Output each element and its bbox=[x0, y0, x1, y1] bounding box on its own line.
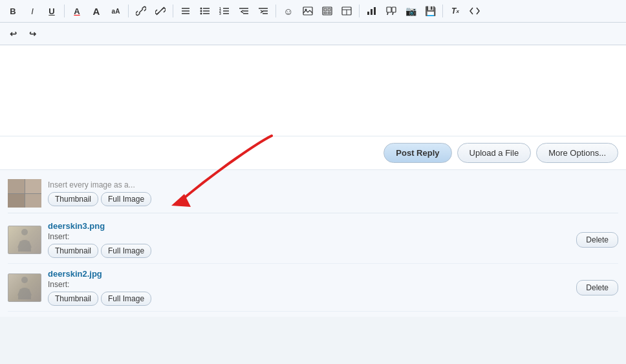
upload-file-button[interactable]: Upload a File bbox=[457, 143, 532, 163]
separator1 bbox=[64, 5, 65, 17]
insert-all-row: Insert every image as a... Thumbnail Ful… bbox=[8, 175, 618, 213]
font-size-special-btn[interactable]: aA bbox=[107, 3, 125, 19]
attachment-thumb-deerskin3 bbox=[8, 226, 41, 254]
insert-all-buttons: Thumbnail Full Image bbox=[48, 192, 151, 206]
svg-rect-27 bbox=[328, 8, 330, 11]
separator5 bbox=[359, 5, 360, 17]
separator3 bbox=[173, 5, 173, 17]
link-btn[interactable] bbox=[132, 3, 150, 19]
toolbar-row2: ↩ ↪ bbox=[0, 23, 626, 45]
ordered-list-btn[interactable]: 123 bbox=[215, 3, 233, 19]
attachment-fullimage-btn-deerskin3[interactable]: Full Image bbox=[101, 244, 151, 258]
separator4 bbox=[275, 5, 276, 17]
source-btn[interactable] bbox=[466, 3, 484, 19]
svg-line-0 bbox=[139, 9, 143, 13]
svg-point-39 bbox=[21, 229, 28, 235]
svg-rect-36 bbox=[387, 7, 391, 12]
attachment-delete-btn-deerskin3[interactable]: Delete bbox=[576, 232, 618, 248]
svg-rect-33 bbox=[367, 12, 369, 15]
attachment-filename-deerskin2: deerskin2.jpg bbox=[48, 269, 570, 279]
unlink-btn[interactable] bbox=[151, 3, 169, 19]
svg-point-7 bbox=[200, 10, 202, 12]
underline-btn[interactable]: U bbox=[43, 3, 61, 19]
media-btn[interactable] bbox=[318, 3, 336, 19]
svg-rect-34 bbox=[371, 9, 372, 15]
insert-all-thumbnail bbox=[8, 179, 41, 208]
attachment-thumbnail-btn-deerskin2[interactable]: Thumbnail bbox=[48, 292, 98, 306]
svg-point-5 bbox=[200, 8, 202, 10]
attachment-insert-label-deerskin2: Insert: bbox=[48, 280, 570, 289]
attachment-row-deerskin2: deerskin2.jpg Insert: Thumbnail Full Ima… bbox=[8, 264, 618, 312]
attachment-thumbnail-btn-deerskin3[interactable]: Thumbnail bbox=[48, 244, 98, 258]
toolbar-row1: B I U A A aA 123 ☺ bbox=[0, 0, 626, 23]
table-btn[interactable] bbox=[338, 3, 356, 19]
svg-rect-37 bbox=[392, 7, 396, 12]
insert-all-thumbnail-btn[interactable]: Thumbnail bbox=[48, 192, 98, 206]
svg-rect-28 bbox=[324, 12, 327, 14]
attachment-info-deerskin2: deerskin2.jpg Insert: Thumbnail Full Ima… bbox=[48, 269, 570, 306]
bold-btn[interactable]: B bbox=[4, 3, 22, 19]
redo-btn[interactable]: ↪ bbox=[23, 25, 41, 42]
svg-point-42 bbox=[21, 277, 28, 283]
post-reply-button[interactable]: Post Reply bbox=[383, 143, 451, 163]
insert-all-label: Insert every image as a... bbox=[48, 180, 151, 189]
action-bar: Post Reply Upload a File More Options... bbox=[0, 136, 626, 169]
svg-line-1 bbox=[156, 7, 164, 15]
more-options-button[interactable]: More Options... bbox=[536, 143, 618, 163]
font-color-btn[interactable]: A bbox=[68, 3, 86, 19]
svg-rect-26 bbox=[324, 8, 327, 11]
insert-all-info: Insert every image as a... Thumbnail Ful… bbox=[48, 180, 151, 206]
camera-btn[interactable]: 📷 bbox=[402, 3, 420, 19]
insert-all-fullimage-btn[interactable]: Full Image bbox=[101, 192, 151, 206]
image-btn[interactable] bbox=[299, 3, 317, 19]
attachment-fullimage-btn-deerskin2[interactable]: Full Image bbox=[101, 292, 151, 306]
attachment-info-deerskin3: deerskin3.png Insert: Thumbnail Full Ima… bbox=[48, 221, 570, 258]
clear-format-btn[interactable]: Tx bbox=[446, 3, 464, 19]
emoji-btn[interactable]: ☺ bbox=[279, 3, 297, 19]
editor-area[interactable] bbox=[0, 45, 626, 136]
save-btn[interactable]: 💾 bbox=[421, 3, 439, 19]
attachment-row-deerskin3: deerskin3.png Insert: Thumbnail Full Ima… bbox=[8, 216, 618, 264]
svg-text:3: 3 bbox=[219, 12, 221, 16]
attachment-insert-label-deerskin3: Insert: bbox=[48, 232, 570, 241]
font-size-up-btn[interactable]: A bbox=[87, 3, 105, 19]
unordered-list-btn[interactable] bbox=[196, 3, 214, 19]
attachment-delete-btn-deerskin2[interactable]: Delete bbox=[576, 280, 618, 295]
attachment-insert-btns-deerskin3: Thumbnail Full Image bbox=[48, 244, 570, 258]
svg-rect-23 bbox=[303, 7, 312, 15]
separator2 bbox=[128, 5, 129, 17]
indent-less-btn[interactable] bbox=[235, 3, 253, 19]
svg-point-9 bbox=[200, 13, 202, 15]
italic-btn[interactable]: I bbox=[23, 3, 41, 19]
indent-more-btn[interactable] bbox=[254, 3, 272, 19]
quote-btn[interactable] bbox=[382, 3, 400, 19]
align-btn[interactable] bbox=[177, 3, 195, 19]
chart-btn[interactable] bbox=[363, 3, 381, 19]
attachment-filename-deerskin3: deerskin3.png bbox=[48, 221, 570, 231]
separator6 bbox=[442, 5, 443, 17]
attachments-section: Insert every image as a... Thumbnail Ful… bbox=[0, 169, 626, 317]
undo-btn[interactable]: ↩ bbox=[4, 25, 22, 42]
attachment-insert-btns-deerskin2: Thumbnail Full Image bbox=[48, 292, 570, 306]
attachment-thumb-deerskin2 bbox=[8, 273, 41, 302]
svg-rect-29 bbox=[328, 12, 330, 14]
svg-rect-35 bbox=[374, 7, 376, 15]
